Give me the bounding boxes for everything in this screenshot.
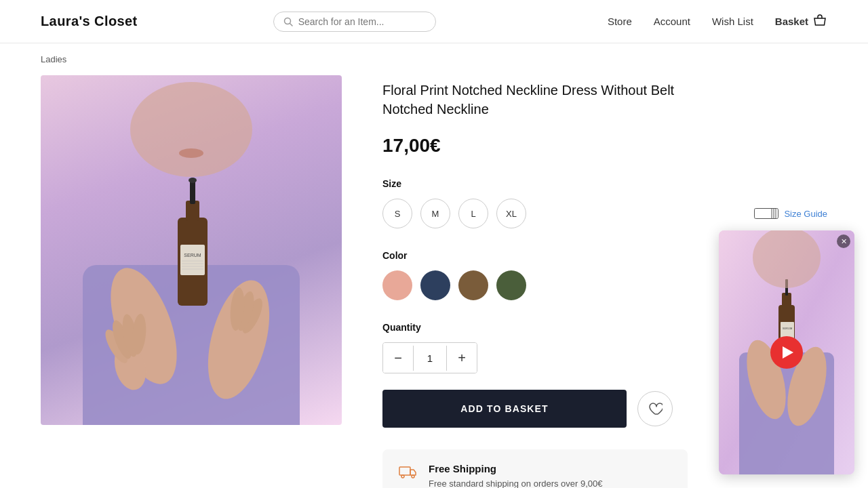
shipping-title: Free Shipping: [429, 463, 642, 474]
shipping-description: Free standard shipping on orders over 9,…: [429, 477, 642, 488]
main-nav: Store Account Wish List Basket: [608, 14, 827, 29]
logo: Laura's Closet: [41, 14, 138, 29]
svg-rect-19: [180, 245, 205, 275]
svg-point-3: [179, 148, 203, 158]
svg-point-18: [189, 178, 197, 183]
heart-icon: [648, 402, 663, 415]
color-swatch-brown[interactable]: [458, 270, 488, 300]
size-guide-link[interactable]: Size Guide: [784, 209, 827, 219]
wishlist-button[interactable]: [637, 391, 673, 426]
product-image: SERUM: [41, 75, 342, 425]
size-label: Size: [382, 178, 827, 189]
breadcrumb: Ladies: [0, 43, 868, 75]
video-close-btn[interactable]: ✕: [837, 235, 850, 248]
quantity-controls: − 1 +: [382, 342, 477, 373]
size-btn-l[interactable]: L: [458, 199, 488, 228]
size-options: S M L XL Size Guide: [382, 199, 827, 228]
color-swatch-navy[interactable]: [420, 270, 450, 300]
ruler-icon: [754, 208, 778, 219]
search-bar[interactable]: [273, 12, 436, 32]
add-to-basket-button[interactable]: ADD TO BASKET: [382, 390, 627, 428]
quantity-increase-btn[interactable]: +: [447, 343, 477, 373]
size-guide-area: Size Guide: [754, 208, 827, 219]
product-price: 17,00€: [382, 135, 827, 157]
search-icon: [283, 17, 293, 26]
nav-account[interactable]: Account: [654, 16, 690, 27]
basket-icon: [812, 14, 827, 29]
play-triangle-icon: [783, 346, 793, 359]
header: Laura's Closet Store Account Wish List B…: [0, 0, 868, 43]
svg-rect-25: [755, 209, 778, 219]
quantity-decrease-btn[interactable]: −: [383, 343, 413, 373]
size-btn-m[interactable]: M: [420, 199, 450, 228]
video-overlay: SERUM ✕: [719, 230, 854, 474]
quantity-display: 1: [413, 346, 447, 371]
nav-store[interactable]: Store: [608, 16, 632, 27]
product-title: Floral Print Notched Neckline Dress With…: [382, 81, 694, 119]
color-swatch-peach[interactable]: [382, 270, 412, 300]
svg-text:SERUM: SERUM: [184, 253, 201, 258]
shipping-info: Free Shipping Free standard shipping on …: [382, 449, 688, 488]
svg-point-2: [130, 82, 252, 177]
svg-point-30: [401, 475, 404, 478]
svg-point-31: [412, 475, 414, 478]
size-btn-s[interactable]: S: [382, 199, 412, 228]
color-swatch-dark-green[interactable]: [496, 270, 526, 300]
search-input[interactable]: [298, 16, 426, 27]
product-image-container: SERUM: [41, 75, 342, 488]
nav-basket[interactable]: Basket: [775, 14, 827, 29]
nav-wish-list[interactable]: Wish List: [712, 16, 753, 27]
svg-rect-17: [190, 180, 195, 204]
video-play-button[interactable]: [770, 336, 803, 369]
truck-icon: [399, 464, 418, 479]
product-illustration: SERUM: [41, 75, 342, 425]
shipping-text: Free Shipping Free standard shipping on …: [429, 463, 642, 488]
svg-line-1: [290, 23, 292, 26]
size-btn-xl[interactable]: XL: [496, 199, 526, 228]
svg-text:SERUM: SERUM: [783, 327, 792, 330]
svg-rect-29: [399, 467, 410, 475]
